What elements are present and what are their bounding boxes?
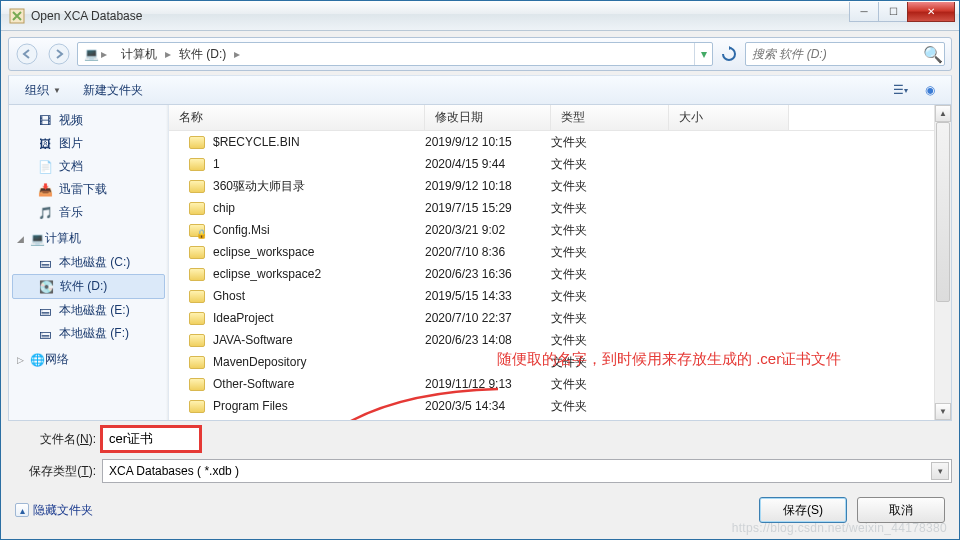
table-row[interactable]: eclipse_workspace22020/6/23 16:36文件夹 bbox=[169, 263, 951, 285]
address-bar[interactable]: 💻▸ 计算机▸ 软件 (D:)▸ ▾ bbox=[77, 42, 713, 66]
filetype-value: XCA Databases ( *.xdb ) bbox=[109, 464, 239, 478]
body: 🎞视频🖼图片📄文档📥迅雷下载🎵音乐 ◢💻计算机 🖴本地磁盘 (C:)💽软件 (D… bbox=[8, 105, 952, 421]
filetype-dropdown[interactable]: ▾ bbox=[931, 462, 949, 480]
drive-icon: 🖴 bbox=[37, 303, 53, 319]
folder-icon bbox=[189, 158, 205, 171]
col-type[interactable]: 类型 bbox=[551, 105, 669, 130]
sidebar-computer[interactable]: ◢💻计算机 bbox=[9, 226, 168, 251]
folder-icon bbox=[189, 290, 205, 303]
sidebar-drive[interactable]: 💽软件 (D:) bbox=[12, 274, 165, 299]
form-area: 文件名(N): 保存类型(T): XCA Databases ( *.xdb )… bbox=[8, 427, 952, 483]
sidebar-item[interactable]: 🎞视频 bbox=[9, 109, 168, 132]
folder-icon bbox=[189, 268, 205, 281]
scroll-thumb[interactable] bbox=[936, 122, 950, 302]
table-row[interactable]: Ghost2019/5/15 14:33文件夹 bbox=[169, 285, 951, 307]
dialog-window: Open XCA Database ─ ☐ ✕ 💻▸ 计算机▸ 软件 (D:)▸… bbox=[0, 0, 960, 540]
column-header: 名称 修改日期 类型 大小 bbox=[169, 105, 951, 131]
col-size[interactable]: 大小 bbox=[669, 105, 789, 130]
table-row[interactable]: Program Files2020/3/5 14:34文件夹 bbox=[169, 395, 951, 417]
lib-icon: 📄 bbox=[37, 159, 53, 175]
table-row[interactable]: 12020/4/15 9:44文件夹 bbox=[169, 153, 951, 175]
file-list[interactable]: $RECYCLE.BIN2019/9/12 10:15文件夹12020/4/15… bbox=[169, 131, 951, 420]
cancel-button[interactable]: 取消 bbox=[857, 497, 945, 523]
save-button[interactable]: 保存(S) bbox=[759, 497, 847, 523]
file-pane: 名称 修改日期 类型 大小 $RECYCLE.BIN2019/9/12 10:1… bbox=[169, 105, 951, 420]
minimize-button[interactable]: ─ bbox=[849, 2, 879, 22]
table-row[interactable]: eclipse_workspace2020/7/10 8:36文件夹 bbox=[169, 241, 951, 263]
table-row[interactable]: IdeaProject2020/7/10 22:37文件夹 bbox=[169, 307, 951, 329]
folder-icon bbox=[189, 312, 205, 325]
folder-icon bbox=[189, 400, 205, 413]
scroll-down[interactable]: ▼ bbox=[935, 403, 951, 420]
maximize-button[interactable]: ☐ bbox=[878, 2, 908, 22]
help-button[interactable]: ◉ bbox=[917, 79, 943, 101]
scroll-up[interactable]: ▲ bbox=[935, 105, 951, 122]
new-folder-button[interactable]: 新建文件夹 bbox=[75, 80, 151, 101]
toolbar: 组织▼ 新建文件夹 ☰▾ ◉ bbox=[8, 75, 952, 105]
table-row[interactable]: Config.Msi2020/3/21 9:02文件夹 bbox=[169, 219, 951, 241]
breadcrumb-drive[interactable]: 软件 (D:) bbox=[173, 43, 232, 65]
sidebar: 🎞视频🖼图片📄文档📥迅雷下载🎵音乐 ◢💻计算机 🖴本地磁盘 (C:)💽软件 (D… bbox=[9, 105, 169, 420]
table-row[interactable]: $RECYCLE.BIN2019/9/12 10:15文件夹 bbox=[169, 131, 951, 153]
folder-icon bbox=[189, 378, 205, 391]
folder-icon bbox=[189, 334, 205, 347]
hide-folders-link[interactable]: ▴隐藏文件夹 bbox=[15, 502, 93, 519]
back-button[interactable] bbox=[13, 41, 41, 67]
computer-icon: 💻 bbox=[84, 47, 99, 61]
table-row[interactable]: MavenDepository文件夹 bbox=[169, 351, 951, 373]
nav-bar: 💻▸ 计算机▸ 软件 (D:)▸ ▾ 🔍 bbox=[8, 37, 952, 71]
folder-icon bbox=[189, 246, 205, 259]
filename-input[interactable] bbox=[109, 432, 193, 447]
sidebar-item[interactable]: 📥迅雷下载 bbox=[9, 178, 168, 201]
folder-icon bbox=[189, 180, 205, 193]
titlebar: Open XCA Database ─ ☐ ✕ bbox=[1, 1, 959, 31]
col-name[interactable]: 名称 bbox=[169, 105, 425, 130]
sidebar-item[interactable]: 🎵音乐 bbox=[9, 201, 168, 224]
filetype-label: 保存类型(T): bbox=[8, 463, 96, 480]
search-box[interactable]: 🔍 bbox=[745, 42, 945, 66]
sidebar-drive[interactable]: 🖴本地磁盘 (C:) bbox=[9, 251, 168, 274]
sidebar-item[interactable]: 🖼图片 bbox=[9, 132, 168, 155]
table-row[interactable]: chip2019/7/15 15:29文件夹 bbox=[169, 197, 951, 219]
refresh-button[interactable] bbox=[717, 42, 741, 66]
sidebar-network[interactable]: ▷🌐网络 bbox=[9, 347, 168, 372]
svg-point-1 bbox=[17, 44, 37, 64]
filename-label: 文件名(N): bbox=[8, 431, 96, 448]
search-icon[interactable]: 🔍 bbox=[922, 45, 944, 64]
watermark: https://blog.csdn.net/weixin_44178380 bbox=[732, 521, 947, 535]
view-button[interactable]: ☰▾ bbox=[887, 79, 913, 101]
lib-icon: 🎵 bbox=[37, 205, 53, 221]
folder-icon bbox=[189, 224, 205, 237]
folder-icon bbox=[189, 202, 205, 215]
sidebar-drive[interactable]: 🖴本地磁盘 (E:) bbox=[9, 299, 168, 322]
drive-icon: 💽 bbox=[38, 279, 54, 295]
lib-icon: 🖼 bbox=[37, 136, 53, 152]
close-button[interactable]: ✕ bbox=[907, 2, 955, 22]
drive-icon: 🖴 bbox=[37, 326, 53, 342]
filename-field[interactable] bbox=[102, 427, 200, 451]
col-date[interactable]: 修改日期 bbox=[425, 105, 551, 130]
window-title: Open XCA Database bbox=[31, 9, 850, 23]
sidebar-drive[interactable]: 🖴本地磁盘 (F:) bbox=[9, 322, 168, 345]
footer: ▴隐藏文件夹 保存(S) 取消 bbox=[1, 491, 959, 523]
table-row[interactable]: JAVA-Software2020/6/23 14:08文件夹 bbox=[169, 329, 951, 351]
table-row[interactable]: 360驱动大师目录2019/9/12 10:18文件夹 bbox=[169, 175, 951, 197]
organize-menu[interactable]: 组织▼ bbox=[17, 80, 69, 101]
lib-icon: 📥 bbox=[37, 182, 53, 198]
svg-point-2 bbox=[49, 44, 69, 64]
breadcrumb-computer[interactable]: 计算机 bbox=[115, 43, 163, 65]
filetype-field[interactable]: XCA Databases ( *.xdb ) ▾ bbox=[102, 459, 952, 483]
folder-icon bbox=[189, 356, 205, 369]
search-input[interactable] bbox=[746, 47, 922, 61]
sidebar-item[interactable]: 📄文档 bbox=[9, 155, 168, 178]
app-icon bbox=[9, 8, 25, 24]
address-dropdown[interactable]: ▾ bbox=[694, 43, 712, 65]
lib-icon: 🎞 bbox=[37, 113, 53, 129]
drive-icon: 🖴 bbox=[37, 255, 53, 271]
forward-button[interactable] bbox=[45, 41, 73, 67]
table-row[interactable]: 文件夹 bbox=[169, 417, 951, 420]
folder-icon bbox=[189, 136, 205, 149]
table-row[interactable]: Other-Software2019/11/12 9:13文件夹 bbox=[169, 373, 951, 395]
window-buttons: ─ ☐ ✕ bbox=[850, 2, 955, 22]
scrollbar[interactable]: ▲ ▼ bbox=[934, 105, 951, 420]
